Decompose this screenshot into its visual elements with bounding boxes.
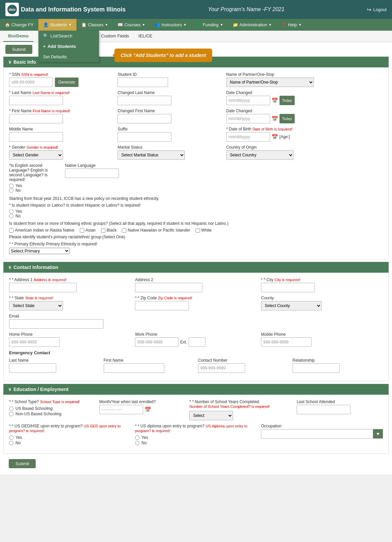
home-phone-input[interactable] — [9, 337, 60, 347]
address2-input[interactable] — [135, 283, 202, 292]
school-us-radio[interactable] — [9, 406, 13, 411]
ethnic-item-0: American Indian or Alaska Native — [9, 228, 74, 233]
ethnic-item-4: White — [196, 228, 212, 233]
ec-last-input[interactable] — [9, 363, 56, 373]
last-name-input[interactable] — [9, 96, 63, 105]
month-year-input[interactable] — [99, 405, 143, 414]
date-changed-input-2[interactable] — [226, 114, 270, 123]
nav-classes[interactable]: 📋 Classes ▼ — [76, 19, 113, 31]
dropdown-set-defaults[interactable]: Set Defaults — [38, 52, 99, 62]
ethnic-checkbox-2[interactable] — [101, 228, 105, 233]
county-label: County — [261, 296, 383, 300]
main-content: ∨ Basic Info * SSN SSN is required! Gene… — [0, 57, 392, 474]
city-input[interactable] — [261, 283, 315, 292]
contact-section: ∨ Contact Information * * Address 1 Addr… — [3, 262, 389, 381]
ec-relationship-input[interactable] — [293, 363, 340, 373]
nav-courses[interactable]: 📖 Courses ▼ — [113, 19, 150, 31]
contact-row-4: Home Phone Work Phone Ext. Mobile Phone — [9, 332, 383, 347]
nav-students[interactable]: 👤 Students ▼ 🔍 List/Search + Add Student… — [38, 19, 76, 31]
today-button-1[interactable]: Today — [280, 96, 295, 105]
suffix-input[interactable] — [118, 132, 171, 142]
basic-info-title: Basic Info — [13, 59, 36, 65]
primary-ethnicity-group: Please identify student's primary racial… — [9, 235, 383, 254]
logout-button[interactable]: Logout — [373, 7, 387, 12]
esl-no-radio[interactable] — [9, 188, 13, 193]
zip-input[interactable] — [135, 301, 189, 310]
date-changed-input-1[interactable] — [226, 96, 270, 105]
gender-select[interactable]: Select Gender — [9, 150, 63, 160]
diploma-no-radio[interactable] — [135, 441, 139, 445]
subtab-iel-ce[interactable]: IEL/CE — [134, 31, 157, 42]
diploma-yes-group: Yes — [135, 435, 257, 440]
ec-contact-label: Contact Number — [198, 358, 289, 363]
dropdown-list-search[interactable]: 🔍 List/Search — [38, 31, 99, 41]
country-select[interactable]: Select Country — [226, 150, 294, 160]
ethnic-checkbox-1[interactable] — [80, 228, 84, 233]
nav-help[interactable]: ❓ Help ▼ — [276, 19, 306, 31]
changed-first-input[interactable] — [118, 114, 171, 123]
contact-row-3: Email — [9, 314, 383, 329]
edu-row-2: * * US GED/HSE upon entry to program? US… — [9, 424, 383, 445]
partner-select[interactable]: Name of Partner/One-Stop — [226, 78, 314, 87]
esl-yes-radio[interactable] — [9, 184, 13, 188]
ged-yes-radio[interactable] — [9, 435, 13, 440]
hispanic-yes-radio[interactable] — [9, 209, 13, 214]
bottom-submit-area: Submit — [3, 456, 389, 471]
ec-contact-input[interactable] — [198, 363, 245, 373]
dollar-icon: 💲 — [196, 22, 201, 27]
changed-last-input[interactable] — [118, 96, 171, 105]
ethnic-label-0: American Indian or Alaska Native — [15, 228, 74, 233]
address1-group: * * Address 1 Address is required! — [9, 277, 131, 292]
contact-header[interactable]: ∨ Contact Information — [3, 262, 389, 273]
first-name-required: First Name is required! — [33, 109, 70, 113]
ged-no-radio[interactable] — [9, 441, 13, 445]
occupation-input[interactable] — [261, 429, 373, 439]
ec-relationship-label: Relationship — [293, 358, 383, 363]
school-non-us-radio[interactable] — [9, 412, 13, 416]
middle-name-input[interactable] — [9, 132, 63, 142]
dob-input[interactable] — [226, 132, 270, 142]
mobile-phone-group: Mobile Phone — [261, 332, 383, 347]
subtab-custom-fields[interactable]: Custom Fields — [96, 31, 134, 42]
dropdown-add-students[interactable]: + Add Students — [38, 41, 99, 52]
ext-input[interactable] — [189, 337, 205, 347]
basic-row-6: *Is English second Language? English is … — [9, 163, 383, 193]
subtab-bio-demo[interactable]: Bio/Demo — [3, 31, 33, 42]
grid-icon: 📋 — [81, 22, 87, 27]
hispanic-no-radio[interactable] — [9, 214, 13, 218]
nav-instructors[interactable]: 👥 Instructors ▼ — [150, 19, 191, 31]
today-button-2[interactable]: Today — [280, 114, 295, 123]
diploma-yes-radio[interactable] — [135, 435, 139, 440]
courses-dropdown-arrow: ▼ — [142, 23, 145, 27]
nav-funding[interactable]: 💲 Funding ▼ — [191, 19, 228, 31]
submit-button-bottom[interactable]: Submit — [9, 459, 36, 468]
county-select[interactable]: Select County — [261, 301, 322, 310]
mobile-phone-input[interactable] — [261, 337, 312, 347]
state-select[interactable]: Select State — [9, 301, 63, 310]
education-header[interactable]: ∨ Education / Employment — [3, 384, 389, 395]
email-input[interactable] — [9, 319, 103, 329]
generate-button[interactable]: Generate — [55, 78, 78, 87]
ethnic-checkbox-4[interactable] — [196, 228, 200, 233]
ec-first-input[interactable] — [104, 363, 164, 373]
work-phone-input[interactable] — [135, 337, 179, 347]
native-lang-input[interactable] — [65, 169, 119, 178]
student-id-input[interactable] — [118, 78, 168, 87]
people-icon: 👥 — [155, 22, 160, 27]
submit-button-top[interactable]: Submit — [5, 45, 32, 54]
ethnic-checkbox-0[interactable] — [9, 228, 13, 233]
ssn-input[interactable] — [9, 78, 53, 87]
address1-input[interactable] — [9, 283, 76, 292]
occupation-dropdown-button[interactable]: ▼ — [373, 429, 383, 439]
school-years-select[interactable]: Select — [189, 411, 233, 420]
first-name-input[interactable] — [9, 114, 63, 123]
funding-dropdown-arrow: ▼ — [220, 23, 223, 27]
ethnic-checkbox-3[interactable] — [122, 228, 126, 233]
last-school-input[interactable] — [297, 405, 351, 414]
dob-group: * Date of Birth Date of Birth is require… — [226, 127, 383, 142]
marital-select[interactable]: Select Marital Status — [118, 150, 185, 160]
nav-administration[interactable]: 📁 Administration ▼ — [228, 19, 276, 31]
hispanic-label: * Is student Hispanic or Latino? Is stud… — [9, 203, 383, 208]
nav-change-fy[interactable]: 🏠 Change FY — [0, 19, 38, 31]
primary-ethnicity-select[interactable]: Select Primary — [9, 248, 70, 254]
